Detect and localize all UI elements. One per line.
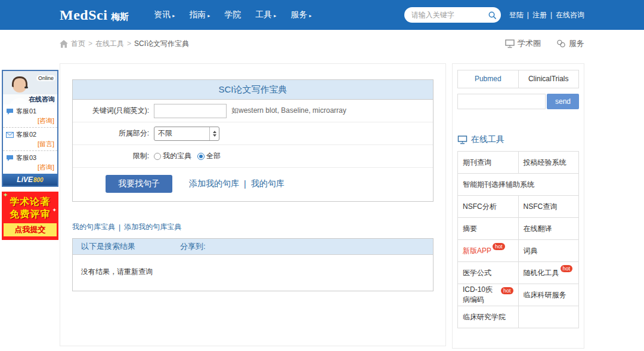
tool-clinical-research-academy[interactable]: 临床研究学院 — [458, 306, 518, 328]
breadcrumb: 首页 > 在线工具 > SCI论文写作宝典 学术圈 服务 — [60, 30, 584, 57]
my-corpus-treasury-link[interactable]: 我的句库宝典 — [72, 222, 115, 232]
tool-journal-query[interactable]: 期刊查询 — [458, 152, 518, 173]
keyword-label: 关键词(只能英文): — [73, 106, 154, 116]
breadcrumb-separator: > — [88, 39, 92, 48]
hot-badge: hot — [501, 287, 513, 294]
empty-results-text: 没有结果，请重新查询 — [81, 267, 153, 276]
topbar-search — [404, 7, 501, 23]
agent-name: 客服02 — [16, 130, 36, 139]
select-arrows-icon — [209, 127, 219, 140]
right-sidebar: Pubmed ClinicalTrials send 在线工具 期刊查询 投稿经… — [452, 63, 584, 349]
db-search-tabs: Pubmed ClinicalTrials — [457, 70, 579, 88]
breadcrumb-separator: > — [127, 39, 131, 48]
nav-item-news[interactable]: 资讯▸ — [154, 10, 175, 20]
separator: | — [550, 11, 552, 19]
separator: | — [244, 179, 246, 189]
breadcrumb-online-tools[interactable]: 在线工具 — [95, 39, 124, 49]
promo-text-line2: 免费评审 — [4, 208, 57, 220]
promo-banner[interactable]: ✦ ✦ 学术论著 免费评审 点我提交 — [2, 192, 58, 240]
agent-item[interactable]: 客服01 [咨询] — [3, 104, 57, 128]
online-tools-grid: 期刊查询 投稿经验系统 智能期刊选择辅助系统 NSFC分析 NSFC查询 摘要 … — [457, 151, 579, 328]
live800-logo: LiVE800 — [3, 174, 57, 186]
chevron-icon: ▸ — [309, 13, 311, 19]
tool-smart-journal-selection[interactable]: 智能期刊选择辅助系统 — [458, 174, 578, 195]
promo-text-line1: 学术论著 — [4, 195, 57, 208]
tool-medical-formula[interactable]: 医学公式 — [458, 262, 518, 284]
online-tools-header: 在线工具 — [457, 134, 579, 145]
monitor-icon — [505, 39, 515, 48]
agent-action-link[interactable]: [咨询] — [6, 116, 54, 125]
limit-radio-group: 我的宝典 全部 — [154, 151, 227, 161]
breadcrumb-current: SCI论文写作宝典 — [134, 39, 189, 49]
main-nav: 资讯▸ 指南▸ 学院 工具▸ 服务▸ — [154, 10, 311, 20]
tool-nsfc-query[interactable]: NSFC查询 — [518, 196, 579, 217]
home-icon — [60, 40, 68, 48]
sci-writing-form: SCI论文写作宝典 关键词(只能英文): 如western blot, Base… — [72, 79, 434, 202]
section-select[interactable]: 不限 — [154, 127, 219, 141]
main-content-panel: SCI论文写作宝典 关键词(只能英文): 如western blot, Base… — [60, 63, 446, 346]
chevron-icon: ▸ — [274, 13, 276, 19]
chat-bubble-icon — [6, 108, 14, 115]
tool-clinical-research-service[interactable]: 临床科研服务 — [518, 284, 579, 306]
top-navbar: MedSci 梅斯 资讯▸ 指南▸ 学院 工具▸ 服务▸ 登陆 | 注册 | 在… — [0, 0, 644, 30]
search-input[interactable] — [411, 11, 488, 19]
chain-link-icon — [556, 39, 566, 48]
tool-dictionary[interactable]: 词典 — [518, 240, 579, 261]
auth-links: 登陆 | 注册 | 在线咨询 — [509, 10, 584, 20]
nav-item-academy[interactable]: 学院 — [224, 10, 241, 20]
logo-text-cn: 梅斯 — [111, 11, 129, 23]
auth-link[interactable]: 注册 — [532, 10, 547, 20]
tab-pubmed[interactable]: Pubmed — [458, 70, 518, 88]
medsci-logo[interactable]: MedSci 梅斯 — [60, 7, 129, 23]
search-icon[interactable] — [488, 11, 497, 20]
tool-randomization-tool[interactable]: 随机化工具hot — [518, 262, 579, 284]
add-corpus-treasury-link[interactable]: 添加我的句库宝典 — [124, 222, 181, 232]
panel-title: SCI论文写作宝典 — [73, 80, 433, 100]
auth-link[interactable]: 登陆 — [509, 10, 524, 20]
radio-all[interactable] — [197, 153, 205, 160]
db-search-input[interactable] — [457, 94, 546, 109]
tab-clinicaltrials[interactable]: ClinicalTrials — [518, 70, 579, 88]
separator: | — [119, 223, 120, 232]
customer-service-widget: Online 在线咨询 客服01 [咨询] 客服02 [留言] — [2, 70, 58, 240]
agent-item[interactable]: 客服03 [咨询] — [3, 151, 57, 174]
chevron-icon: ▸ — [172, 13, 175, 19]
breadcrumb-home[interactable]: 首页 — [71, 39, 85, 49]
share-to-label: 分享到: — [180, 241, 206, 252]
keyword-hint: 如western blot, Baseline, microarray — [231, 106, 346, 116]
limit-label: 限制: — [73, 151, 154, 161]
chevron-icon: ▸ — [208, 13, 210, 19]
nav-item-guides[interactable]: 指南▸ — [189, 10, 210, 20]
keyword-input[interactable] — [154, 104, 227, 118]
nav-item-tools[interactable]: 工具▸ — [255, 10, 276, 20]
academic-circle-link[interactable]: 学术圈 — [505, 38, 541, 49]
radio-all-label[interactable]: 全部 — [206, 151, 221, 161]
nav-item-services[interactable]: 服务▸ — [290, 10, 311, 20]
separator: | — [527, 11, 529, 19]
search-results-panel: 以下是搜索结果 分享到: 没有结果，请重新查询 — [72, 238, 434, 291]
add-my-corpus-link[interactable]: 添加我的句库 — [189, 178, 239, 189]
radio-my-treasury-label[interactable]: 我的宝典 — [163, 151, 191, 161]
service-link[interactable]: 服务 — [556, 38, 584, 49]
send-button[interactable]: send — [547, 94, 579, 109]
tool-nsfc-analysis[interactable]: NSFC分析 — [458, 196, 518, 217]
agent-item[interactable]: 客服02 [留言] — [3, 128, 57, 151]
agent-action-link[interactable]: [留言] — [6, 140, 54, 149]
radio-my-treasury[interactable] — [154, 153, 161, 160]
promo-submit-button[interactable]: 点我提交 — [4, 223, 57, 236]
tool-new-app[interactable]: 新版APPhot — [458, 240, 518, 261]
agent-name: 客服03 — [16, 153, 36, 162]
results-header-label: 以下是搜索结果 — [81, 241, 135, 252]
tool-submission-experience-system[interactable]: 投稿经验系统 — [518, 152, 579, 173]
find-sentence-button[interactable]: 我要找句子 — [106, 175, 172, 193]
auth-link[interactable]: 在线咨询 — [556, 10, 584, 20]
my-corpus-link[interactable]: 我的句库 — [251, 178, 284, 189]
agent-action-link[interactable]: [咨询] — [6, 163, 54, 172]
hot-badge: hot — [561, 265, 573, 272]
tool-icd10-codes[interactable]: ICD-10疾病编码hot — [458, 284, 518, 306]
tool-empty-cell — [518, 306, 579, 328]
tool-online-translation[interactable]: 在线翻译 — [518, 218, 579, 239]
tool-abstract[interactable]: 摘要 — [458, 218, 518, 239]
sparkle-icon: ✦ — [52, 207, 57, 213]
logo-text-en: MedSci — [60, 7, 107, 23]
